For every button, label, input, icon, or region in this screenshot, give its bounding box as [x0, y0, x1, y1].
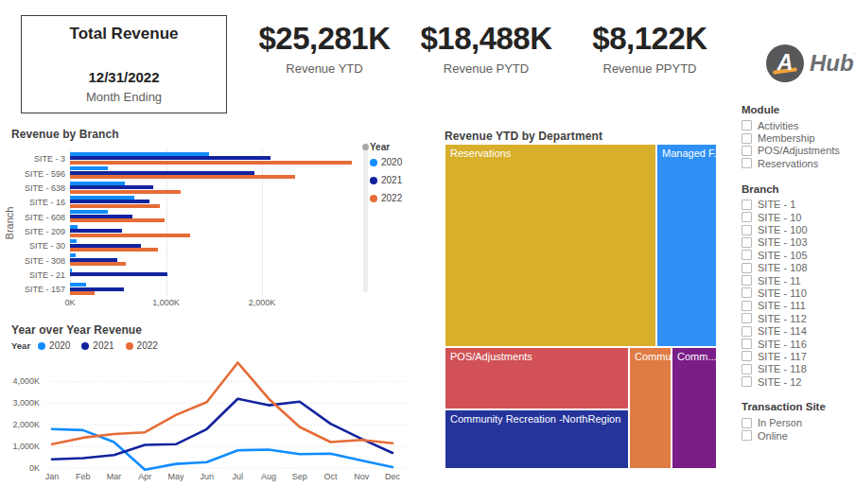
checkbox-unchecked[interactable]: [742, 339, 752, 349]
filter-option-pos-adjustments[interactable]: POS/Adjustments: [742, 145, 855, 157]
treemap-node-managed-f[interactable]: Managed F...: [657, 145, 716, 346]
filter-option-label: SITE - 10: [758, 212, 801, 223]
checkbox-unchecked[interactable]: [742, 146, 752, 156]
legend-item-2021[interactable]: 2021: [81, 340, 113, 351]
filter-option-site-105[interactable]: SITE - 105: [742, 249, 855, 261]
checkbox-unchecked[interactable]: [742, 120, 752, 130]
x-axis-tick-label: 2,000K: [249, 298, 276, 307]
filter-option-site-103[interactable]: SITE - 103: [742, 236, 855, 249]
bar-site-638-2020[interactable]: [70, 182, 125, 185]
filter-option-site-110[interactable]: SITE - 110: [742, 287, 855, 299]
bar-site-16-2020[interactable]: [70, 196, 134, 200]
checkbox-unchecked[interactable]: [742, 313, 752, 323]
bar-site-3-2021[interactable]: [70, 156, 270, 160]
bar-site-608-2022[interactable]: [70, 218, 165, 222]
filter-option-site-111[interactable]: SITE - 111: [742, 300, 855, 312]
filter-option-site-100[interactable]: SITE - 100: [742, 223, 855, 235]
bar-site-21-2020[interactable]: [70, 269, 72, 272]
legend-item-2021[interactable]: 2021: [370, 175, 402, 185]
filter-option-site-116[interactable]: SITE - 116: [742, 338, 855, 350]
kpi-revenue-pytd: $18,488K Revenue PYTD: [406, 21, 567, 76]
legend-title: Year: [370, 142, 402, 152]
filter-option-membership[interactable]: Membership: [742, 131, 855, 144]
y-axis-tick-label: 3,000K: [12, 398, 40, 408]
checkbox-unchecked[interactable]: [742, 301, 752, 311]
line-series-2021[interactable]: [52, 399, 393, 460]
bar-site-209-2020[interactable]: [70, 225, 78, 229]
legend-scrollbar[interactable]: [363, 143, 368, 292]
legend-item-2020[interactable]: 2020: [370, 157, 402, 167]
treemap-node-community-recreation-northregion[interactable]: Community Recreation -NorthRegion: [445, 410, 628, 468]
bar-site-157-2022[interactable]: [70, 291, 95, 295]
checkbox-unchecked[interactable]: [742, 376, 752, 387]
filter-option-site-11[interactable]: SITE - 11: [742, 274, 855, 287]
checkbox-unchecked[interactable]: [742, 263, 752, 273]
bar-site-308-2021[interactable]: [70, 258, 117, 262]
filter-option-online[interactable]: Online: [742, 429, 855, 442]
checkbox-unchecked[interactable]: [742, 351, 752, 361]
legend-item-2022[interactable]: 2022: [126, 340, 158, 351]
bar-site-308-2020[interactable]: [70, 253, 76, 257]
checkbox-unchecked[interactable]: [742, 430, 752, 441]
checkbox-unchecked[interactable]: [742, 287, 752, 298]
bar-site-30-2020[interactable]: [70, 239, 77, 243]
bar-category-label: SITE - 638: [0, 183, 65, 193]
filter-group-transaction-site: Transaction SiteIn PersonOnline: [742, 401, 855, 442]
bar-site-209-2022[interactable]: [70, 234, 190, 237]
checkbox-unchecked[interactable]: [742, 225, 752, 235]
bar-site-3-2020[interactable]: [70, 152, 209, 156]
legend-item-2020[interactable]: 2020: [38, 340, 70, 351]
bar-site-21-2021[interactable]: [70, 272, 167, 276]
filter-group-title: Module: [742, 104, 855, 115]
filter-option-site-108[interactable]: SITE - 108: [742, 262, 855, 274]
filter-option-site-112[interactable]: SITE - 112: [742, 312, 855, 324]
bar-site-596-2021[interactable]: [70, 171, 254, 175]
treemap-node-pos-adjustments[interactable]: POS/Adjustments: [445, 348, 628, 408]
bar-site-596-2022[interactable]: [70, 175, 295, 179]
legend-item-2022[interactable]: 2022: [370, 193, 402, 203]
treemap-node-comm[interactable]: Comm...: [672, 348, 716, 468]
bar-site-3-2022[interactable]: [70, 161, 352, 165]
checkbox-unchecked[interactable]: [742, 250, 752, 260]
treemap-node-commu[interactable]: Commu...: [630, 348, 671, 468]
checkbox-unchecked[interactable]: [742, 418, 752, 428]
legend-scrollbar-thumb[interactable]: [362, 144, 369, 150]
filter-option-reservations[interactable]: Reservations: [742, 157, 855, 169]
checkbox-unchecked[interactable]: [742, 200, 752, 210]
checkbox-unchecked[interactable]: [742, 364, 752, 374]
bar-site-596-2020[interactable]: [70, 166, 108, 170]
bar-site-209-2021[interactable]: [70, 229, 122, 233]
bar-site-638-2021[interactable]: [70, 185, 153, 189]
bar-site-157-2021[interactable]: [70, 287, 124, 291]
hub-logo: A Hub™: [766, 44, 855, 82]
filter-option-in-person[interactable]: In Person: [742, 416, 855, 428]
filter-option-site-1[interactable]: SITE - 1: [742, 199, 855, 211]
checkbox-unchecked[interactable]: [742, 212, 752, 222]
checkbox-unchecked[interactable]: [742, 133, 752, 144]
filter-option-site-117[interactable]: SITE - 117: [742, 350, 855, 362]
filter-option-site-12[interactable]: SITE - 12: [742, 375, 855, 388]
treemap-node-reservations[interactable]: Reservations: [445, 145, 655, 346]
filter-option-site-114[interactable]: SITE - 114: [742, 324, 855, 337]
filter-option-site-118[interactable]: SITE - 118: [742, 363, 855, 375]
checkbox-unchecked[interactable]: [742, 158, 752, 168]
y-axis-tick-label: 4,000K: [12, 376, 40, 386]
filter-option-label: SITE - 114: [758, 325, 807, 337]
bar-site-30-2021[interactable]: [70, 244, 141, 248]
bar-site-16-2022[interactable]: [70, 204, 160, 208]
bar-site-608-2021[interactable]: [70, 215, 132, 218]
x-axis-tick-label: Nov: [354, 472, 370, 481]
checkbox-unchecked[interactable]: [742, 275, 752, 286]
bar-site-638-2022[interactable]: [70, 190, 181, 194]
filter-option-site-10[interactable]: SITE - 10: [742, 211, 855, 223]
filter-option-activities[interactable]: Activities: [742, 119, 855, 131]
checkbox-unchecked[interactable]: [742, 326, 752, 337]
treemap-node-label: POS/Adjustments: [445, 348, 628, 365]
bar-site-30-2022[interactable]: [70, 248, 158, 252]
checkbox-unchecked[interactable]: [742, 237, 752, 248]
bar-site-308-2022[interactable]: [70, 262, 126, 266]
x-axis-tick-label: Dec: [385, 472, 401, 481]
bar-site-16-2021[interactable]: [70, 200, 149, 203]
bar-site-608-2020[interactable]: [70, 210, 108, 214]
bar-site-157-2020[interactable]: [70, 283, 86, 287]
